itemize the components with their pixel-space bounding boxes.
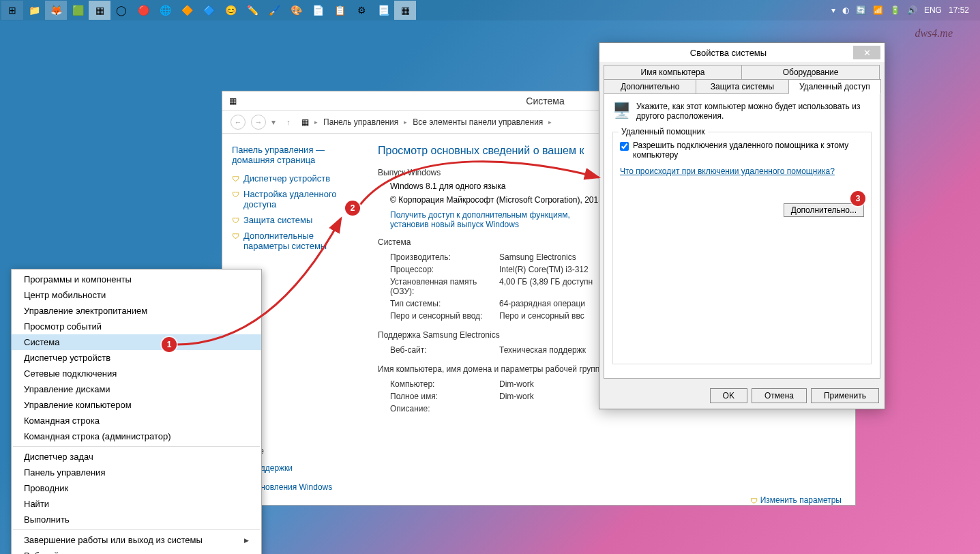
taskbar-steam-icon[interactable]: ⚙ xyxy=(351,1,372,20)
taskbar-current-icon[interactable]: ▦ xyxy=(394,1,416,20)
properties-title: Свойства системы xyxy=(604,48,853,58)
shield-icon: 🛡 xyxy=(232,216,239,224)
nav-up-button[interactable]: ↑ xyxy=(281,115,296,130)
system-tray: ▾ ◐ 🔄 📶 🔋 🔊 ENG 17:52 xyxy=(831,5,979,15)
shield-icon: 🛡 xyxy=(750,497,758,505)
context-menu-item[interactable]: Система xyxy=(12,334,261,350)
computer-icon: 🖥️ xyxy=(612,102,631,121)
context-menu-item[interactable]: Диспетчер задач xyxy=(12,449,261,465)
taskbar-notepad-icon[interactable]: 📄 xyxy=(307,1,329,20)
context-menu-item[interactable]: Рабочий стол xyxy=(12,548,261,554)
taskbar-chrome-icon[interactable]: 🌐 xyxy=(154,1,176,20)
annotation-badge-2: 2 xyxy=(345,201,360,216)
taskbar-firefox-icon[interactable]: 🦊 xyxy=(45,1,67,20)
tray-app-icon[interactable]: ◐ xyxy=(842,5,849,15)
tray-battery-icon[interactable]: 🔋 xyxy=(890,5,900,15)
context-menu-item[interactable]: Выполнить xyxy=(12,512,261,527)
nav-forward-button[interactable]: → xyxy=(251,115,266,130)
tray-chevron-icon[interactable]: ▾ xyxy=(831,5,835,15)
context-menu-item[interactable]: Панель управления xyxy=(12,465,261,480)
system-window-icon: ▦ xyxy=(229,96,237,106)
tab-advanced[interactable]: Дополнительно xyxy=(604,79,696,94)
context-menu-item[interactable]: Центр мобильности xyxy=(12,287,261,303)
context-menu-item[interactable]: Командная строка xyxy=(12,413,261,428)
context-menu-item[interactable]: Диспетчер устройств xyxy=(12,350,261,366)
breadcrumb-root-icon[interactable]: ▦ xyxy=(301,117,309,127)
tray-clock[interactable]: 17:52 xyxy=(949,5,969,15)
tab-hardware[interactable]: Оборудование xyxy=(741,65,880,80)
remote-help-link[interactable]: Что происходит при включении удаленного … xyxy=(620,166,835,176)
shield-icon: 🛡 xyxy=(232,232,239,240)
remote-assistance-group: Удаленный помощник Разрешить подключения… xyxy=(612,132,872,364)
tray-sync-icon[interactable]: 🔄 xyxy=(856,5,866,15)
tray-lang[interactable]: ENG xyxy=(924,5,942,15)
submenu-arrow-icon: ▶ xyxy=(244,537,249,544)
sidebar-advanced-settings[interactable]: 🛡Дополнительные параметры системы xyxy=(232,231,356,251)
remote-tab-page: 🖥️ Укажите, как этот компьютер можно буд… xyxy=(604,93,880,379)
sidebar-remote-settings[interactable]: 🛡Настройка удаленного доступа xyxy=(232,189,356,209)
annotation-badge-3: 3 xyxy=(850,191,865,206)
context-menu-item[interactable]: Завершение работы или выход из системы▶ xyxy=(12,532,261,548)
nav-back-button[interactable]: ← xyxy=(231,115,246,130)
annotation-badge-1: 1 xyxy=(162,337,177,352)
wallpaper-watermark: dws4.me xyxy=(915,27,953,40)
breadcrumb-sep-icon: ▸ xyxy=(404,119,407,126)
allow-remote-assistance-checkbox[interactable]: Разрешить подключения удаленного помощни… xyxy=(620,141,864,160)
taskbar-app6-icon[interactable]: ✏️ xyxy=(241,1,263,20)
checkbox-input[interactable] xyxy=(620,142,629,151)
windows-upgrade-link[interactable]: Получить доступ к дополнительным функция… xyxy=(378,210,582,229)
tab-computer-name[interactable]: Имя компьютера xyxy=(604,65,742,80)
taskbar-app7-icon[interactable]: 🖌️ xyxy=(263,1,285,20)
start-button[interactable]: ⊞ xyxy=(1,1,23,20)
taskbar-app5-icon[interactable]: 😊 xyxy=(220,1,241,20)
apply-button[interactable]: Применить xyxy=(811,388,879,403)
sidebar-heading[interactable]: Панель управления — домашняя страница xyxy=(232,145,356,165)
group-title: Удаленный помощник xyxy=(619,127,708,136)
taskbar-app3-icon[interactable]: 🔶 xyxy=(176,1,198,20)
system-properties-dialog: Свойства системы ✕ Имя компьютера Оборуд… xyxy=(599,42,885,409)
close-button[interactable]: ✕ xyxy=(853,46,880,59)
context-menu-item[interactable]: Сетевые подключения xyxy=(12,366,261,381)
breadcrumb-sep-icon: ▸ xyxy=(314,119,318,126)
breadcrumb-item[interactable]: Все элементы панели управления xyxy=(413,117,543,127)
context-menu-item[interactable]: Просмотр событий xyxy=(12,319,261,334)
tray-network-icon[interactable]: 📶 xyxy=(873,5,883,15)
taskbar-app9-icon[interactable]: 📋 xyxy=(329,1,351,20)
tab-remote[interactable]: Удаленный доступ xyxy=(788,79,881,94)
context-menu-item[interactable]: Управление дисками xyxy=(12,381,261,397)
context-menu-item[interactable]: Управление компьютером xyxy=(12,397,261,413)
breadcrumb-item[interactable]: Панель управления xyxy=(323,117,398,127)
sidebar-system-protection[interactable]: 🛡Защита системы xyxy=(232,215,356,225)
context-menu-item[interactable]: Найти xyxy=(12,496,261,512)
context-menu-item[interactable]: Управление электропитанием xyxy=(12,303,261,319)
advanced-button[interactable]: Дополнительно... xyxy=(784,203,864,217)
properties-tabs: Имя компьютера Оборудование Дополнительн… xyxy=(599,62,885,93)
cancel-button[interactable]: Отмена xyxy=(752,388,807,403)
taskbar-app2-icon[interactable]: ◯ xyxy=(110,1,132,20)
sidebar-device-manager[interactable]: 🛡Диспетчер устройств xyxy=(232,173,356,184)
support-link[interactable]: Техническая поддержк xyxy=(499,345,586,355)
ok-button[interactable]: OK xyxy=(710,388,747,403)
tab-system-protection[interactable]: Защита системы xyxy=(696,79,788,94)
shield-icon: 🛡 xyxy=(232,175,239,183)
taskbar-app10-icon[interactable]: 📃 xyxy=(372,1,394,20)
properties-titlebar[interactable]: Свойства системы ✕ xyxy=(599,43,885,62)
winx-context-menu: Программы и компонентыЦентр мобильностиУ… xyxy=(11,269,262,554)
breadcrumb-sep-icon: ▸ xyxy=(548,119,552,126)
nav-chevron-icon[interactable]: ▾ xyxy=(271,117,276,127)
change-settings-link[interactable]: 🛡 Изменить параметры xyxy=(750,495,842,505)
context-menu-item[interactable]: Командная строка (администратор) xyxy=(12,428,261,444)
remote-description: Укажите, как этот компьютер можно будет … xyxy=(636,102,872,121)
taskbar: ⊞ 📁 🦊 🟩 ▦ ◯ 🔴 🌐 🔶 🔷 😊 ✏️ 🖌️ 🎨 📄 📋 ⚙ 📃 ▦ … xyxy=(0,0,980,20)
taskbar-app-icon[interactable]: ▦ xyxy=(89,1,110,20)
dialog-actions: OK Отмена Применить xyxy=(599,383,885,409)
context-menu-item[interactable]: Программы и компоненты xyxy=(12,272,261,287)
tray-volume-icon[interactable]: 🔊 xyxy=(907,5,917,15)
taskbar-app4-icon[interactable]: 🔷 xyxy=(198,1,220,20)
taskbar-excel-icon[interactable]: 🟩 xyxy=(67,1,89,20)
taskbar-app8-icon[interactable]: 🎨 xyxy=(285,1,307,20)
taskbar-explorer-icon[interactable]: 📁 xyxy=(23,1,45,20)
taskbar-opera-icon[interactable]: 🔴 xyxy=(132,1,154,20)
context-menu-item[interactable]: Проводник xyxy=(12,480,261,496)
shield-icon: 🛡 xyxy=(232,190,239,199)
